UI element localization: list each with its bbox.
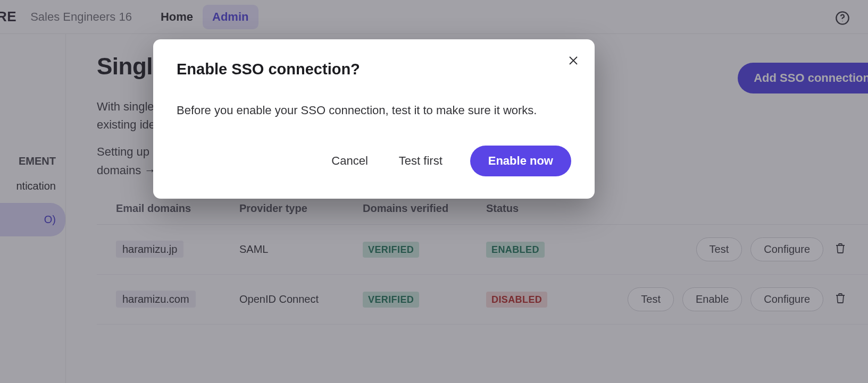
modal-cancel-button[interactable]: Cancel xyxy=(328,149,371,173)
modal-actions: Cancel Test first Enable now xyxy=(177,146,571,176)
modal-enable-now-button[interactable]: Enable now xyxy=(470,146,571,176)
modal-close-button[interactable] xyxy=(567,54,580,69)
modal-title: Enable SSO connection? xyxy=(177,61,571,78)
modal-test-first-button[interactable]: Test first xyxy=(396,149,446,173)
modal-body-text: Before you enable your SSO connection, t… xyxy=(177,101,571,119)
enable-sso-modal: Enable SSO connection? Before you enable… xyxy=(153,39,595,199)
